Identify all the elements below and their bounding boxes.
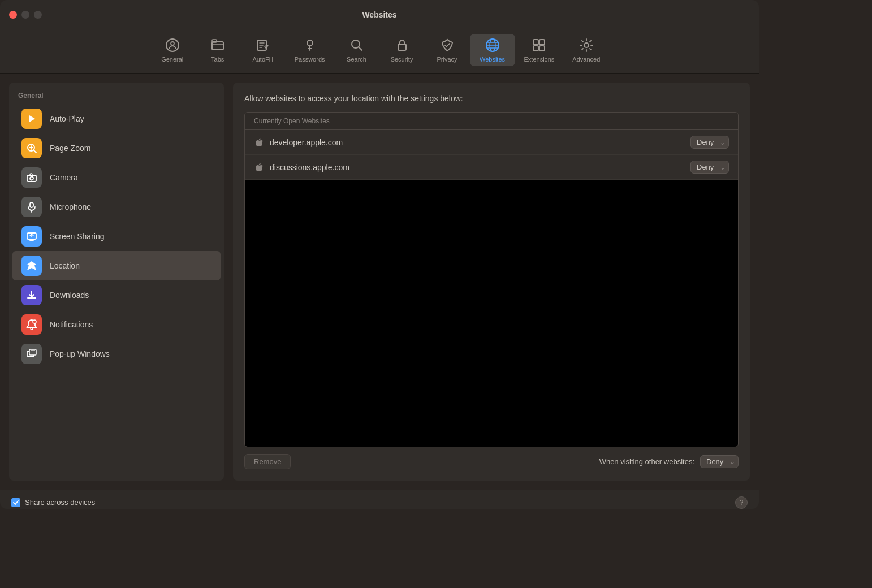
traffic-lights bbox=[9, 11, 42, 19]
table-body: developer.apple.com Deny Ask Allow bbox=[245, 130, 738, 447]
help-button[interactable]: ? bbox=[735, 496, 748, 509]
deny-select-2[interactable]: Deny Ask Allow bbox=[690, 161, 729, 174]
table-header: Currently Open Websites bbox=[245, 113, 738, 130]
svg-point-18 bbox=[30, 177, 33, 180]
microphone-icon bbox=[21, 197, 42, 217]
toolbar-passwords-label: Passwords bbox=[295, 56, 325, 63]
autoplay-label: Auto-Play bbox=[50, 114, 84, 123]
content-description: Allow websites to access your location w… bbox=[244, 94, 739, 103]
toolbar-item-general[interactable]: General bbox=[150, 34, 195, 66]
bottom-bar: Share across devices ? bbox=[0, 490, 759, 509]
share-across-devices-area[interactable]: Share across devices bbox=[11, 498, 95, 507]
popupwindows-icon bbox=[21, 344, 42, 364]
location-icon bbox=[21, 256, 42, 276]
advanced-icon bbox=[579, 37, 594, 53]
camera-label: Camera bbox=[50, 173, 78, 182]
sidebar-item-autoplay[interactable]: Auto-Play bbox=[12, 104, 221, 133]
when-visiting-select[interactable]: Deny Ask Allow bbox=[700, 455, 739, 468]
main-area: General Auto-Play Page Zoom bbox=[0, 74, 759, 490]
close-button[interactable] bbox=[9, 11, 17, 19]
toolbar-item-passwords[interactable]: Passwords bbox=[286, 34, 334, 66]
titlebar: Websites bbox=[0, 0, 759, 29]
maximize-button[interactable] bbox=[34, 11, 42, 19]
toolbar-item-extensions[interactable]: Extensions bbox=[515, 34, 564, 66]
websites-table: Currently Open Websites developer.apple.… bbox=[244, 112, 739, 447]
toolbar-item-search[interactable]: Search bbox=[334, 34, 379, 66]
sidebar-section-general: General bbox=[9, 89, 224, 104]
sidebar-item-popupwindows[interactable]: Pop-up Windows bbox=[12, 339, 221, 369]
sidebar-item-screensharing[interactable]: Screen Sharing bbox=[12, 222, 221, 251]
general-icon bbox=[165, 37, 180, 53]
site-name-2: discussions.apple.com bbox=[270, 163, 690, 172]
sidebar-item-camera[interactable]: Camera bbox=[12, 163, 221, 192]
svg-rect-2 bbox=[212, 42, 223, 50]
sidebar-item-notifications[interactable]: Notifications bbox=[12, 310, 221, 339]
svg-point-1 bbox=[171, 42, 174, 45]
sidebar: General Auto-Play Page Zoom bbox=[9, 83, 224, 481]
notifications-label: Notifications bbox=[50, 320, 93, 329]
svg-rect-10 bbox=[533, 40, 538, 45]
popupwindows-label: Pop-up Windows bbox=[50, 349, 110, 358]
apple-icon-2 bbox=[254, 162, 264, 172]
when-visiting-select-wrapper[interactable]: Deny Ask Allow bbox=[700, 455, 739, 468]
toolbar-item-privacy[interactable]: Privacy bbox=[425, 34, 470, 66]
toolbar-general-label: General bbox=[161, 56, 183, 63]
svg-rect-7 bbox=[398, 44, 406, 50]
deny-select-1[interactable]: Deny Ask Allow bbox=[690, 136, 729, 149]
window-title: Websites bbox=[362, 10, 396, 19]
autofill-icon bbox=[255, 37, 271, 53]
help-icon: ? bbox=[740, 499, 744, 507]
screensharing-label: Screen Sharing bbox=[50, 232, 105, 241]
toolbar-item-tabs[interactable]: Tabs bbox=[195, 34, 240, 66]
websites-icon bbox=[485, 37, 500, 53]
svg-rect-3 bbox=[212, 40, 217, 42]
toolbar-item-advanced[interactable]: Advanced bbox=[563, 34, 609, 66]
sidebar-item-downloads[interactable]: Downloads bbox=[12, 280, 221, 310]
svg-point-5 bbox=[307, 40, 313, 46]
tabs-icon bbox=[210, 37, 226, 53]
toolbar-tabs-label: Tabs bbox=[211, 56, 224, 63]
svg-point-14 bbox=[584, 43, 589, 47]
pagezoom-label: Page Zoom bbox=[50, 144, 90, 153]
share-checkbox[interactable] bbox=[11, 498, 20, 507]
security-icon bbox=[394, 37, 410, 53]
svg-rect-19 bbox=[30, 202, 33, 207]
when-visiting-area: When visiting other websites: Deny Ask A… bbox=[599, 455, 739, 468]
microphone-label: Microphone bbox=[50, 202, 91, 211]
passwords-icon bbox=[302, 37, 318, 53]
extensions-icon bbox=[531, 37, 547, 53]
share-checkbox-label: Share across devices bbox=[25, 498, 95, 507]
toolbar-websites-label: Websites bbox=[480, 56, 505, 63]
table-row: developer.apple.com Deny Ask Allow bbox=[245, 130, 738, 155]
deny-select-wrapper-1[interactable]: Deny Ask Allow bbox=[690, 136, 729, 149]
table-row: discussions.apple.com Deny Ask Allow bbox=[245, 155, 738, 180]
pagezoom-icon bbox=[21, 138, 42, 158]
notifications-icon bbox=[21, 314, 42, 335]
deny-select-wrapper-2[interactable]: Deny Ask Allow bbox=[690, 161, 729, 174]
toolbar-search-label: Search bbox=[347, 56, 366, 63]
svg-rect-12 bbox=[533, 46, 538, 51]
toolbar-item-security[interactable]: Security bbox=[379, 34, 425, 66]
content-area: Allow websites to access your location w… bbox=[233, 83, 750, 481]
sidebar-item-location[interactable]: Location bbox=[12, 251, 221, 280]
svg-marker-15 bbox=[29, 115, 35, 122]
toolbar-autofill-label: AutoFill bbox=[252, 56, 273, 63]
minimize-button[interactable] bbox=[21, 11, 29, 19]
sidebar-item-microphone[interactable]: Microphone bbox=[12, 192, 221, 222]
remove-button[interactable]: Remove bbox=[244, 454, 291, 469]
location-label: Location bbox=[50, 261, 80, 270]
privacy-icon bbox=[439, 37, 455, 53]
toolbar-advanced-label: Advanced bbox=[572, 56, 600, 63]
downloads-icon bbox=[21, 285, 42, 305]
toolbar-item-websites[interactable]: Websites bbox=[470, 34, 515, 66]
content-bottom-bar: Remove When visiting other websites: Den… bbox=[244, 454, 739, 469]
toolbar: General Tabs AutoFill bbox=[0, 29, 759, 74]
toolbar-item-autofill[interactable]: AutoFill bbox=[240, 34, 286, 66]
autoplay-icon bbox=[21, 109, 42, 129]
toolbar-extensions-label: Extensions bbox=[524, 56, 555, 63]
svg-point-21 bbox=[33, 320, 36, 323]
toolbar-security-label: Security bbox=[391, 56, 413, 63]
sidebar-item-pagezoom[interactable]: Page Zoom bbox=[12, 133, 221, 163]
screensharing-icon bbox=[21, 226, 42, 247]
camera-icon bbox=[21, 167, 42, 188]
